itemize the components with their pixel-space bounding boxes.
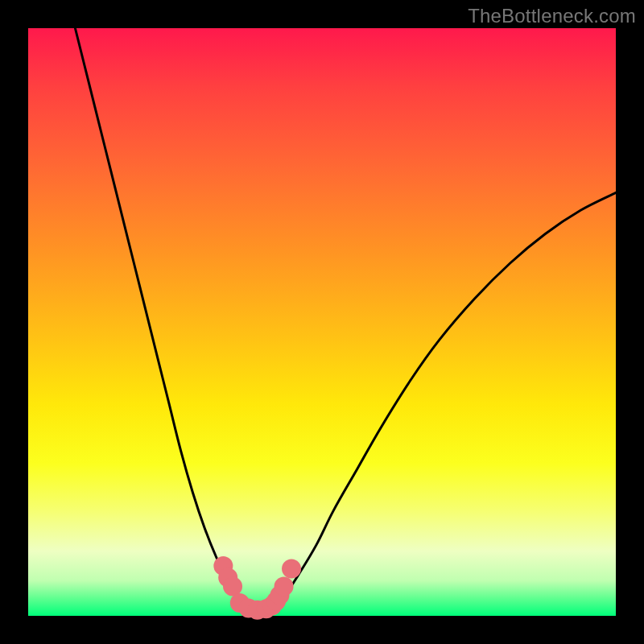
marker-layer <box>213 556 301 620</box>
watermark-text: TheBottleneck.com <box>468 5 636 27</box>
chart-frame: TheBottleneck.com <box>0 0 644 644</box>
valley-marker <box>223 577 242 597</box>
plot-area <box>28 28 616 616</box>
curve-layer <box>75 28 616 611</box>
valley-marker <box>282 559 301 579</box>
chart-svg <box>28 28 616 616</box>
valley-marker <box>275 577 294 597</box>
bottleneck-curve <box>75 28 616 611</box>
